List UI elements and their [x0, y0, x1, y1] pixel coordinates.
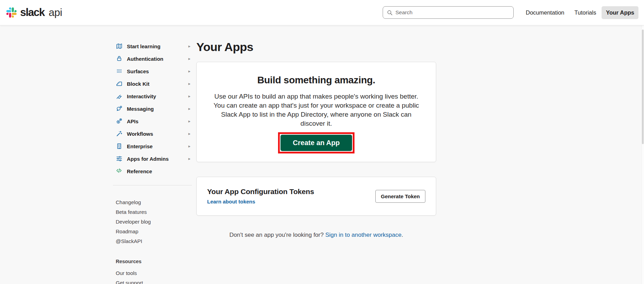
chevron-right-icon: ▸ — [188, 157, 190, 161]
sidebar-item-authentication[interactable]: Authentication ▸ — [113, 52, 195, 65]
sidebar-item-label: Workflows — [127, 131, 153, 137]
sidebar-item-apps-for-admins[interactable]: Apps for Admins ▸ — [113, 152, 195, 165]
nav-tutorials[interactable]: Tutorials — [574, 9, 596, 16]
tokens-card-title: Your App Configuration Tokens — [207, 187, 314, 196]
gears-icon — [116, 118, 123, 125]
building-icon — [116, 143, 123, 150]
search-box[interactable] — [383, 6, 514, 19]
sidebar-item-block-kit[interactable]: Block Kit ▸ — [113, 77, 195, 90]
chevron-right-icon: ▸ — [188, 107, 190, 111]
tokens-card-text: Your App Configuration Tokens Learn abou… — [207, 187, 314, 205]
hero-card-body: Use our APIs to build an app that makes … — [211, 92, 422, 128]
sidebar-item-label: APIs — [127, 118, 138, 124]
map-icon — [116, 43, 123, 50]
sidebar: Start learning ▸ Authentication ▸ Surfac… — [113, 40, 195, 284]
header-nav: Documentation Tutorials Your Apps — [526, 6, 638, 19]
sidebar-item-label: Interactivity — [127, 93, 156, 99]
sidebar-item-label: Reference — [127, 168, 152, 174]
sidebar-link-changelog[interactable]: Changelog — [116, 198, 195, 207]
logo-brand-text: slack — [20, 6, 44, 19]
sidebar-link-our-tools[interactable]: Our tools — [116, 268, 195, 278]
chevron-right-icon: ▸ — [188, 119, 190, 123]
lock-icon — [116, 55, 123, 62]
chevron-right-icon: ▸ — [188, 132, 190, 136]
sidebar-item-reference[interactable]: Reference — [113, 165, 195, 177]
sidebar-link-get-support[interactable]: Get support — [116, 278, 195, 284]
chevron-right-icon: ▸ — [188, 69, 190, 73]
slack-api-logo[interactable]: slack api — [6, 6, 62, 19]
sliders-icon — [116, 155, 123, 162]
logo-suffix-text: api — [49, 7, 62, 18]
workspace-note-suffix: . — [401, 232, 403, 238]
sidebar-item-interactivity[interactable]: Interactivity ▸ — [113, 90, 195, 102]
build-app-card: Build something amazing. Use our APIs to… — [196, 62, 436, 162]
sidebar-item-label: Apps for Admins — [127, 156, 169, 162]
sidebar-item-label: Enterprise — [127, 143, 153, 149]
search-icon — [387, 10, 393, 16]
sidebar-item-workflows[interactable]: Workflows ▸ — [113, 127, 195, 140]
page-content: Start learning ▸ Authentication ▸ Surfac… — [0, 25, 644, 284]
sidebar-item-label: Block Kit — [127, 81, 149, 87]
sidebar-item-label: Authentication — [127, 56, 163, 62]
resources-heading: Resources — [116, 259, 195, 264]
sidebar-links: Changelog Beta features Developer blog R… — [116, 198, 195, 246]
blocks-icon — [116, 80, 123, 87]
sign-in-another-workspace-link[interactable]: Sign in to another workspace — [325, 232, 401, 238]
scrollbar-track[interactable] — [642, 0, 644, 284]
chevron-right-icon: ▸ — [188, 144, 190, 148]
code-icon — [116, 168, 123, 175]
chevron-right-icon: ▸ — [188, 94, 190, 98]
top-header: slack api Documentation Tutorials Your A… — [0, 0, 644, 25]
sidebar-item-start-learning[interactable]: Start learning ▸ — [113, 40, 195, 52]
page-title: Your Apps — [196, 40, 436, 54]
config-tokens-card: Your App Configuration Tokens Learn abou… — [196, 177, 436, 216]
scrollbar-thumb[interactable] — [642, 30, 644, 144]
create-app-button-area: Create an App — [211, 132, 422, 153]
learn-about-tokens-link[interactable]: Learn about tokens — [207, 199, 255, 204]
workspace-note-text: Don't see an app you're looking for? — [229, 232, 325, 238]
sidebar-link-slackapi[interactable]: @SlackAPI — [116, 236, 195, 246]
dot-grid-icon — [116, 68, 123, 75]
sidebar-item-enterprise[interactable]: Enterprise ▸ — [113, 140, 195, 152]
sidebar-link-beta-features[interactable]: Beta features — [116, 207, 195, 217]
sidebar-item-label: Surfaces — [127, 68, 149, 74]
create-an-app-button[interactable]: Create an App — [280, 135, 352, 151]
sidebar-item-label: Start learning — [127, 43, 161, 49]
main-column: Your Apps Build something amazing. Use o… — [196, 40, 436, 284]
generate-token-button[interactable]: Generate Token — [375, 190, 425, 203]
nav-your-apps[interactable]: Your Apps — [602, 6, 638, 19]
chat-bubble-icon — [116, 105, 123, 112]
sidebar-item-apis[interactable]: APIs ▸ — [113, 115, 195, 127]
search-input[interactable] — [396, 9, 510, 16]
nav-documentation[interactable]: Documentation — [526, 9, 564, 16]
hero-card-title: Build something amazing. — [211, 75, 422, 86]
chevron-right-icon: ▸ — [188, 82, 190, 86]
chevron-right-icon: ▸ — [188, 57, 190, 61]
annotation-highlight-box: Create an App — [278, 132, 355, 153]
sidebar-link-roadmap[interactable]: Roadmap — [116, 227, 195, 236]
sidebar-divider — [113, 185, 192, 185]
magic-wand-icon — [116, 130, 123, 137]
sidebar-item-surfaces[interactable]: Surfaces ▸ — [113, 65, 195, 77]
chevron-right-icon: ▸ — [188, 44, 190, 48]
workspace-note: Don't see an app you're looking for? Sig… — [196, 232, 436, 239]
sidebar-item-label: Messaging — [127, 106, 154, 112]
slack-logo-icon — [6, 7, 17, 18]
sidebar-link-developer-blog[interactable]: Developer blog — [116, 217, 195, 227]
plug-icon — [116, 93, 123, 100]
sidebar-item-messaging[interactable]: Messaging ▸ — [113, 102, 195, 115]
resources-links: Our tools Get support — [116, 268, 195, 284]
